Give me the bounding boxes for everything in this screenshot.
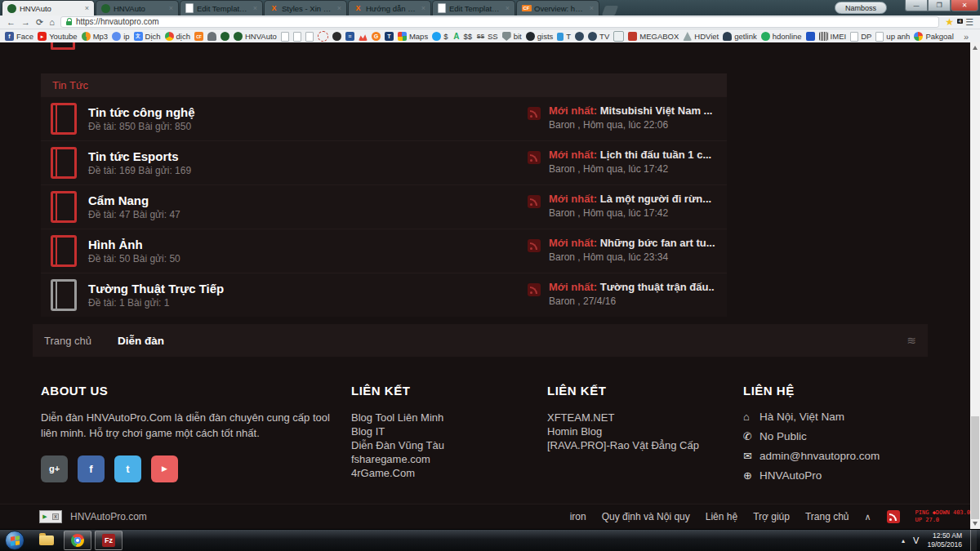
bookmark-item[interactable]: hdonline [761,32,802,41]
tray-app-icon[interactable]: V [913,535,919,545]
latest-post-title[interactable]: Là một người đi rừn... [600,193,711,205]
bookmark-item[interactable]: Dịch [134,32,161,41]
footer-link[interactable]: 4rGame.Com [351,466,539,480]
bookmark-item[interactable] [385,32,394,41]
browser-tab[interactable]: Edit Template: footer | Ad...× [432,0,515,16]
bookmark-item[interactable] [575,32,584,41]
browser-tab[interactable]: Edit Template: footer | Ad...× [180,0,263,16]
bookmark-item[interactable]: ip [112,32,129,41]
bookmark-item[interactable] [207,32,216,41]
start-button[interactable] [5,531,24,550]
scrollbar-thumb[interactable] [971,416,979,519]
bookmark-item[interactable]: HNVAuto [234,32,277,41]
bottom-link[interactable]: iron [570,511,586,522]
plugin-placeholder-icon[interactable]: ▶x [39,510,62,523]
address-bar[interactable]: https://hnvautopro.com [60,16,939,28]
bookmark-item[interactable]: Youtube [38,32,78,41]
url-text[interactable]: https://hnvautopro.com [76,18,159,26]
tray-expand-icon[interactable]: ▴ [902,537,905,544]
rss-icon[interactable] [528,283,541,296]
contact-email[interactable]: admin@hnvautopro.com [760,450,880,462]
footer-link[interactable]: Homin Blog [547,424,735,438]
footer-link[interactable]: XFTEAM.NET [547,411,735,424]
latest-post-meta[interactable]: Baron , Hôm qua, lúc 23:34 [549,251,715,263]
footer-link[interactable]: Blog Tool Liên Minh [351,411,539,424]
bookmark-item[interactable] [359,32,368,41]
bookmark-item[interactable]: Mp3 [82,32,108,41]
bookmark-item[interactable] [806,32,815,41]
facebook-icon[interactable] [78,455,105,482]
bookmark-item[interactable] [305,32,314,42]
taskbar-explorer-button[interactable] [33,531,60,550]
node-title[interactable]: Tin tức công nghệ [88,105,195,119]
bookmark-item[interactable]: DP [850,32,871,42]
browser-tab[interactable]: HNVAuto× [96,0,179,16]
scrollbar-up-icon[interactable] [973,46,978,50]
breadcrumb-current[interactable]: Diễn đàn [118,335,164,347]
tab-close-icon[interactable]: × [337,4,341,12]
taskbar-chrome-button[interactable] [64,531,91,550]
bookmark-item[interactable]: Maps [398,32,428,41]
tab-close-icon[interactable]: × [421,4,425,12]
latest-post-meta[interactable]: Baron , Hôm qua, lúc 17:42 [549,207,711,219]
new-tab-button[interactable] [602,6,618,16]
latest-post-title[interactable]: Những bức fan art tu... [600,237,715,249]
tab-close-icon[interactable]: × [590,4,594,12]
bookmark-item[interactable]: T [557,32,571,41]
browser-tab[interactable]: HNVAuto× [2,0,95,16]
browser-tab[interactable]: Styles - Xin hướng dẫn rip...× [264,0,347,16]
bookmark-item[interactable]: up anh [875,32,910,42]
bookmark-item[interactable]: IMEI [819,32,847,41]
rss-icon[interactable] [528,239,541,252]
bookmark-item[interactable] [613,31,624,42]
breadcrumb-home[interactable]: Trang chủ [44,335,91,347]
contact-site[interactable]: HNVAutoPro [760,469,822,482]
show-desktop-button[interactable] [970,530,977,551]
rss-icon[interactable] [528,195,541,208]
bookmark-item[interactable] [293,32,301,42]
browser-tab[interactable]: Hướng dẫn - Hướng dẫn ...× [348,0,431,16]
rss-feed-icon[interactable] [887,510,900,523]
bookmark-item[interactable]: TV [588,32,609,41]
rss-icon[interactable] [528,151,541,164]
category-title[interactable]: Tin Tức [52,79,88,91]
scroll-top-icon[interactable]: ∧ [865,512,871,522]
bookmark-star-icon[interactable]: ★ [945,17,954,27]
bookmark-item[interactable]: bit [502,32,522,41]
tab-close-icon[interactable]: × [506,4,510,12]
bookmark-item[interactable] [332,32,341,41]
bottom-link[interactable]: Quy định và Nội quy [602,511,690,522]
latest-post-meta[interactable]: Baron , Hôm qua, lúc 22:06 [549,119,712,131]
menu-icon[interactable]: ☰ [965,18,973,27]
bookmark-item[interactable] [345,32,354,41]
bookmark-item[interactable] [220,32,229,41]
latest-post-title[interactable]: Lịch thi đấu tuần 1 c... [600,149,712,161]
close-button[interactable] [951,0,978,11]
bookmark-item[interactable]: Pakgoal [914,32,953,41]
youtube-icon[interactable] [151,455,178,482]
bottom-link[interactable]: Trang chủ [805,511,849,522]
back-icon[interactable]: ← [7,18,16,27]
bookmark-item[interactable]: dịch [165,32,190,41]
google-plus-icon[interactable] [41,455,68,482]
footer-link[interactable]: Diễn Đàn Vũng Tàu [351,438,539,452]
maximize-button[interactable] [928,0,951,11]
node-title[interactable]: Tin tức Esports [88,149,191,163]
bookmark-item[interactable]: MEGABOX [628,32,679,41]
latest-post-meta[interactable]: Baron , Hôm qua, lúc 17:42 [549,163,711,175]
taskbar-filezilla-button[interactable] [95,531,122,550]
bookmark-item[interactable]: $$ [452,32,472,41]
latest-post-title[interactable]: Tường thuật trận đấu.. [600,281,715,293]
footer-link[interactable]: Blog IT [351,424,539,438]
bookmarks-overflow-icon[interactable]: » [964,29,969,43]
rss-icon[interactable] [528,107,541,120]
browser-tab[interactable]: Overview: hnvautopro.com× [516,0,599,16]
bookmark-item[interactable]: SS [476,32,498,41]
bookmark-item[interactable]: $ [432,32,448,41]
bookmark-item[interactable]: Face [5,32,33,41]
bookmark-item[interactable]: getlink [723,32,756,41]
bookmark-item[interactable]: HDViet [683,32,719,41]
node-title[interactable]: Cẩm Nang [88,193,180,207]
latest-post-title[interactable]: Mitsubishi Việt Nam ... [600,104,713,117]
tab-close-icon[interactable]: × [253,4,257,12]
